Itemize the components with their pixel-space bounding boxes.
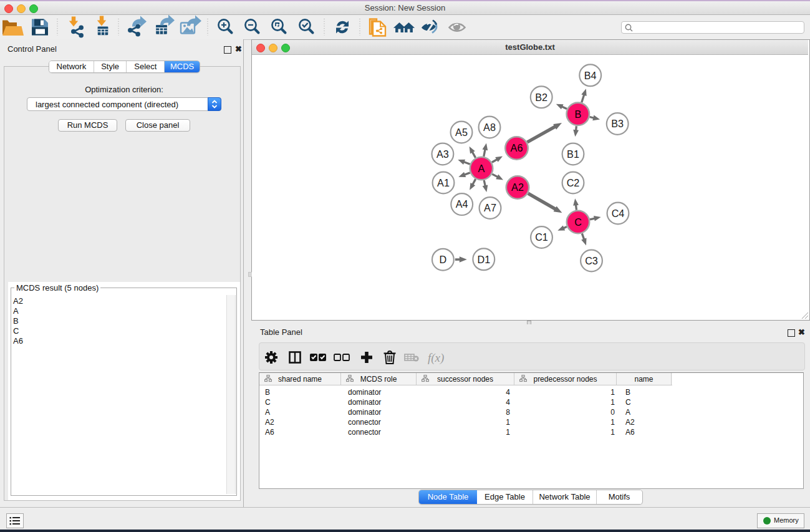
svg-text:A5: A5: [455, 127, 468, 138]
svg-text:D1: D1: [477, 254, 490, 265]
svg-text:D: D: [440, 254, 447, 265]
svg-text:A8: A8: [483, 122, 496, 133]
svg-text:C2: C2: [567, 177, 580, 188]
svg-text:C: C: [574, 216, 582, 228]
svg-text:B4: B4: [584, 70, 597, 81]
svg-text:B1: B1: [567, 148, 579, 160]
svg-text:A1: A1: [437, 177, 450, 188]
svg-text:f(x): f(x): [428, 351, 444, 365]
svg-text:A3: A3: [436, 148, 449, 160]
svg-text:C1: C1: [535, 231, 548, 243]
svg-text:B: B: [574, 109, 581, 120]
svg-text:A7: A7: [484, 202, 496, 213]
svg-text:A: A: [478, 163, 485, 174]
svg-text:C4: C4: [612, 208, 625, 219]
svg-text:B2: B2: [535, 92, 547, 103]
svg-text:A2: A2: [511, 181, 524, 193]
svg-text:A4: A4: [456, 198, 468, 210]
svg-text:A6: A6: [511, 142, 523, 153]
svg-text:B3: B3: [611, 118, 624, 129]
svg-text:C3: C3: [585, 255, 598, 266]
